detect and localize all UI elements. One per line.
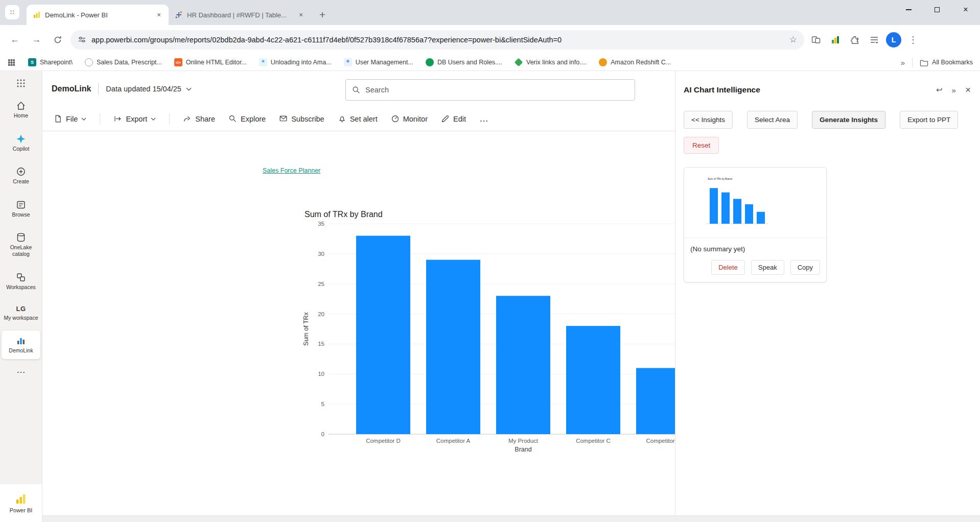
delete-button[interactable]: Delete — [711, 260, 745, 275]
sidebar-item-create[interactable]: Create — [2, 161, 40, 190]
search-box[interactable] — [345, 79, 635, 101]
maximize-button[interactable] — [923, 0, 951, 19]
window-controls: × — [894, 0, 980, 19]
close-tab-icon[interactable]: × — [154, 10, 164, 19]
sidebar-item-home[interactable]: Home — [2, 96, 40, 124]
data-updated[interactable]: Data updated 15/04/25 — [106, 85, 192, 93]
bookmark-unloading[interactable]: * Unloading into Ama... — [259, 58, 332, 66]
subscribe-button[interactable]: Subscribe — [279, 114, 324, 123]
extensions-puzzle-icon[interactable] — [847, 32, 862, 48]
browser-navbar: ← → app.powerbi.com/groups/me/reports/02… — [0, 25, 980, 54]
reset-button[interactable]: Reset — [684, 137, 719, 154]
set-alert-button[interactable]: Set alert — [338, 114, 378, 123]
sidebar-more-button[interactable]: … — [16, 365, 26, 375]
collapse-panel-icon[interactable]: » — [952, 86, 956, 94]
svg-text:Competitor D: Competitor D — [366, 438, 401, 444]
bookmarks-overflow-chevron[interactable]: » — [901, 58, 905, 67]
report-title: DemoLink — [52, 84, 91, 93]
trx-bar-chart[interactable]: Sum of TRx by Brand05101520253035Competi… — [42, 131, 675, 468]
sidebar-item-workspaces[interactable]: Workspaces — [2, 267, 40, 296]
new-tab-button[interactable]: + — [315, 7, 330, 22]
apps-grid-icon[interactable] — [7, 58, 16, 67]
bookmark-label: Sales Data, Prescript... — [97, 59, 162, 66]
browse-icon — [16, 200, 26, 210]
app-launcher-icon[interactable] — [16, 78, 26, 88]
copy-button[interactable]: Copy — [790, 260, 820, 275]
report-toolbar: File Export — [42, 107, 675, 131]
export-menu[interactable]: Export — [113, 114, 156, 123]
search-icon — [352, 86, 360, 94]
bookmark-star-icon[interactable]: ☆ — [789, 34, 797, 45]
powerbi-badge: Power BI — [0, 484, 42, 522]
tab-demolink[interactable]: DemoLink - Power BI × — [27, 5, 169, 25]
bookmark-sales-data[interactable]: Sales Data, Prescript... — [85, 58, 162, 66]
bookmark-verix[interactable]: Verix links and info.... — [515, 58, 587, 66]
bookmark-redshift[interactable]: Amazon Redshift C... — [599, 58, 671, 66]
sidebar-item-label: Create — [13, 178, 29, 185]
close-panel-icon[interactable]: × — [965, 84, 971, 96]
browser-menu-button[interactable]: ⋮ — [905, 32, 921, 48]
select-area-button[interactable]: Select Area — [747, 111, 798, 129]
toolbar-item-label: Set alert — [350, 115, 378, 123]
sidebar-item-copilot[interactable]: Copilot — [2, 129, 40, 157]
svg-text:Brand: Brand — [515, 446, 531, 453]
insights-button[interactable]: << Insights — [684, 111, 733, 129]
export-to-ppt-button[interactable]: Export to PPT — [900, 111, 958, 129]
reading-list-icon[interactable] — [867, 32, 882, 48]
toolbar-more-button[interactable]: … — [479, 113, 488, 124]
sidebar-item-demolink[interactable]: DemoLink — [2, 330, 40, 359]
plus-circle-icon — [16, 167, 26, 177]
all-bookmarks-label: All Bookmarks — [932, 59, 973, 66]
search-input[interactable] — [365, 86, 600, 94]
undo-icon[interactable]: ↩ — [936, 85, 943, 94]
file-menu[interactable]: File — [54, 114, 86, 123]
profile-avatar[interactable]: L — [886, 32, 901, 48]
svg-text:Competitor B: Competitor B — [646, 438, 675, 444]
bookmark-db-users[interactable]: DB Users and Roles.... — [426, 58, 502, 66]
bookmark-html-editor[interactable]: </> Online HTML Editor... — [174, 58, 247, 66]
window-menu-button[interactable] — [5, 5, 19, 19]
edit-button[interactable]: Edit — [441, 114, 466, 123]
powerbi-nav-rail: Home Copilot Create — [0, 71, 42, 522]
tab-hr-dashboard[interactable]: HR Dashboard | #RWFD | Table... × — [169, 5, 311, 25]
bookmark-user-management[interactable]: * User Management... — [344, 58, 413, 66]
powerbi-badge-label: Power BI — [10, 507, 33, 513]
bookmark-label: Amazon Redshift C... — [611, 59, 671, 66]
copilot-icon — [16, 134, 26, 144]
monitor-button[interactable]: Monitor — [391, 114, 428, 123]
close-window-button[interactable]: × — [951, 0, 980, 19]
sidebar-item-browse[interactable]: Browse — [2, 195, 40, 223]
svg-text:20: 20 — [318, 311, 324, 317]
generate-insights-button[interactable]: Generate Insights — [812, 111, 885, 129]
data-updated-label: Data updated 15/04/25 — [106, 85, 181, 93]
forward-button[interactable]: → — [28, 31, 45, 49]
svg-text:10: 10 — [318, 371, 324, 377]
home-icon — [16, 101, 26, 111]
close-tab-icon[interactable]: × — [296, 10, 306, 19]
svg-text:My Product: My Product — [508, 438, 539, 444]
sidebar-item-onelake-catalog[interactable]: OneLake catalog — [2, 227, 40, 262]
back-button[interactable]: ← — [6, 31, 24, 49]
redshift-favicon — [599, 58, 607, 66]
all-bookmarks-button[interactable]: All Bookmarks — [920, 59, 973, 66]
site-settings-icon — [78, 35, 86, 44]
minimize-button[interactable] — [894, 0, 923, 19]
address-bar[interactable]: app.powerbi.com/groups/me/reports/02bdb2… — [71, 30, 804, 50]
bookmark-sharepoint[interactable]: S Sharepoint\ — [28, 58, 73, 66]
toolbar-item-label: Monitor — [403, 115, 428, 123]
explore-button[interactable]: Explore — [228, 114, 266, 123]
sidebar-item-label: Copilot — [13, 146, 30, 152]
sidebar-item-my-workspace[interactable]: LG My workspace — [2, 300, 40, 326]
share-button[interactable]: Share — [183, 114, 215, 123]
sidebar-item-label: OneLake catalog — [2, 244, 40, 257]
bookmark-label: Verix links and info.... — [526, 59, 587, 66]
refresh-button[interactable] — [49, 31, 66, 49]
chart-extension-icon[interactable] — [828, 32, 843, 48]
speak-button[interactable]: Speak — [751, 260, 784, 275]
report-main-area: DemoLink Data updated 15/04/25 — [42, 71, 675, 522]
browser-window: DemoLink - Power BI × HR Dashboard | #RW… — [0, 0, 980, 522]
split-screen-extension-icon[interactable] — [808, 32, 824, 48]
svg-text:35: 35 — [318, 221, 324, 227]
explore-icon — [228, 114, 237, 123]
horizontal-scrollbar[interactable] — [42, 515, 980, 522]
